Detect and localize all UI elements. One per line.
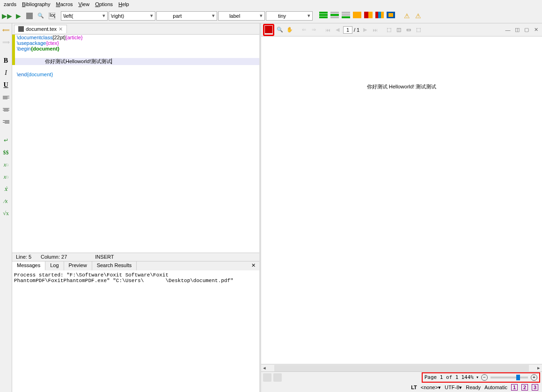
- underline-button[interactable]: U: [1, 80, 11, 90]
- code-editor[interactable]: \documentclass[22pt]{article} \usepackag…: [12, 35, 259, 253]
- stop-icon[interactable]: [24, 11, 35, 21]
- section-dropdown[interactable]: part▾: [156, 11, 217, 21]
- preview-area: 🔍 ✋ ⇐ ⇒ ⏮ ◀ / 1 ▶ ⏭ ⬚ ◫ ▭ ⬚ ― ◫ ▢ ✕: [261, 23, 542, 392]
- svg-rect-0: [26, 13, 33, 19]
- tab-preview[interactable]: Preview: [64, 261, 92, 270]
- first-page-icon[interactable]: ⏮: [323, 26, 332, 34]
- last-page-icon[interactable]: ⏭: [371, 26, 379, 34]
- messages-panel[interactable]: Process started: "F:\Software\Foxit Soft…: [12, 270, 259, 392]
- prev-page-icon[interactable]: ◀: [333, 26, 342, 34]
- editor-status-bar: Line: 5 Column: 27 INSERT: [12, 253, 259, 261]
- fit-width-icon[interactable]: ⬚: [385, 26, 393, 34]
- tab-filename: document.tex: [26, 26, 57, 32]
- pdf-icon: [265, 26, 272, 33]
- avatar-2-icon[interactable]: [273, 373, 282, 382]
- h-scrollbar[interactable]: ◂ ▸: [261, 364, 542, 371]
- highlight-4-icon[interactable]: [352, 11, 362, 21]
- sqrt-icon[interactable]: √x: [1, 209, 11, 218]
- menu-macros[interactable]: Macros: [56, 1, 73, 7]
- log-icon[interactable]: log: [47, 11, 57, 21]
- badge-1[interactable]: 1: [511, 384, 518, 391]
- minimize-icon[interactable]: ―: [504, 26, 512, 34]
- nav-fwd-icon[interactable]: ⇒: [309, 26, 318, 34]
- zoom-slider[interactable]: [491, 377, 528, 378]
- italic-button[interactable]: I: [1, 68, 11, 78]
- build-run-icon[interactable]: ▶▶: [2, 11, 12, 21]
- page-total: / 1: [354, 27, 359, 33]
- menu-options[interactable]: Options: [95, 1, 113, 7]
- close-icon[interactable]: ✕: [532, 26, 540, 34]
- svg-rect-3: [319, 12, 328, 14]
- panel-close-icon[interactable]: ✕: [251, 262, 256, 269]
- tab-close-icon[interactable]: ✕: [59, 26, 63, 32]
- page-input[interactable]: [343, 26, 352, 34]
- highlight-6-icon[interactable]: [374, 11, 385, 21]
- superscript-icon[interactable]: x□: [1, 172, 11, 181]
- hand-icon[interactable]: ✋: [286, 26, 294, 34]
- tab-document[interactable]: document.tex ✕: [14, 25, 67, 33]
- derivative-icon[interactable]: ẋ: [1, 184, 11, 194]
- highlight-3-icon[interactable]: [341, 11, 351, 21]
- svg-rect-11: [342, 16, 350, 18]
- scroll-right-icon[interactable]: ▸: [535, 365, 542, 371]
- lt-label[interactable]: LT: [411, 385, 417, 390]
- bold-button[interactable]: B: [1, 56, 11, 65]
- right-delim-dropdown[interactable]: \right)▾: [109, 11, 155, 21]
- build-icon[interactable]: ▶: [13, 11, 23, 21]
- encoding-dropdown[interactable]: UTF-8▾: [445, 385, 462, 391]
- align-left-icon[interactable]: [1, 93, 11, 102]
- scroll-left-icon[interactable]: ◂: [261, 365, 268, 371]
- preview-toolbar: 🔍 ✋ ⇐ ⇒ ⏮ ◀ / 1 ▶ ⏭ ⬚ ◫ ▭ ⬚ ― ◫ ▢ ✕: [261, 23, 542, 36]
- forward-icon[interactable]: ⟹: [1, 37, 11, 47]
- highlight-1-icon[interactable]: [318, 11, 329, 21]
- avatar-1-icon[interactable]: [263, 373, 271, 382]
- subscript-icon[interactable]: x□: [1, 160, 11, 169]
- tab-log[interactable]: Log: [45, 261, 64, 270]
- svg-rect-6: [330, 12, 339, 14]
- badge-2[interactable]: 2: [521, 384, 528, 391]
- align-center-icon[interactable]: [1, 105, 11, 114]
- highlight-7-icon[interactable]: [386, 11, 396, 21]
- newline-icon[interactable]: ↵: [1, 136, 11, 145]
- lang-dropdown[interactable]: <none>▾: [421, 385, 441, 391]
- zoom-icon[interactable]: 🔍: [276, 26, 284, 34]
- svg-rect-14: [368, 12, 373, 18]
- tab-messages[interactable]: Messages: [12, 261, 45, 270]
- warning-prev-icon[interactable]: ⚠: [402, 11, 412, 21]
- highlight-2-icon[interactable]: [330, 11, 340, 21]
- menu-view[interactable]: View: [79, 1, 90, 7]
- svg-rect-15: [375, 12, 378, 18]
- size-dropdown[interactable]: tiny▾: [266, 11, 313, 21]
- menu-bibliography[interactable]: Bibliography: [22, 1, 51, 7]
- continuous-icon[interactable]: ⬚: [414, 26, 423, 34]
- preview-content[interactable]: 你好测试 Helloworld! 测试测试: [261, 36, 542, 364]
- menu-wizards[interactable]: zards: [4, 1, 16, 7]
- pdf-extern-button[interactable]: [263, 24, 274, 36]
- tab-search-results[interactable]: Search Results: [92, 261, 137, 270]
- next-page-icon[interactable]: ▶: [361, 26, 369, 34]
- math-dd-icon[interactable]: $$: [1, 148, 11, 157]
- badge-3[interactable]: 3: [532, 384, 538, 391]
- svg-rect-12: [353, 12, 361, 18]
- fraction-icon[interactable]: ∕x: [1, 196, 11, 206]
- bottom-tabs: Messages Log Preview Search Results ✕: [12, 261, 259, 270]
- left-delim-dropdown[interactable]: \left(▾: [61, 11, 108, 21]
- zoom-in-button[interactable]: +: [531, 374, 537, 381]
- restore-icon[interactable]: ◫: [513, 26, 521, 34]
- nav-back-icon[interactable]: ⇐: [300, 26, 308, 34]
- back-icon[interactable]: ⟸: [1, 25, 11, 35]
- fit-page-icon[interactable]: ◫: [395, 26, 403, 34]
- menu-help[interactable]: Help: [118, 1, 129, 7]
- label-dropdown[interactable]: label▾: [218, 11, 265, 21]
- maximize-icon[interactable]: ▢: [522, 26, 531, 34]
- single-page-icon[interactable]: ▭: [404, 26, 413, 34]
- highlight-5-icon[interactable]: [363, 11, 374, 21]
- auto-label: Automatic: [484, 385, 507, 390]
- warning-next-icon[interactable]: ⚠: [413, 11, 423, 21]
- ready-label: Ready: [466, 385, 481, 390]
- preview-status-2: LT <none>▾ UTF-8▾ Ready Automatic 1 2 3: [261, 383, 542, 392]
- view-icon[interactable]: 🔍: [36, 11, 46, 21]
- zoom-out-button[interactable]: −: [481, 374, 488, 381]
- svg-text:log: log: [50, 13, 55, 18]
- align-right-icon[interactable]: [1, 117, 11, 126]
